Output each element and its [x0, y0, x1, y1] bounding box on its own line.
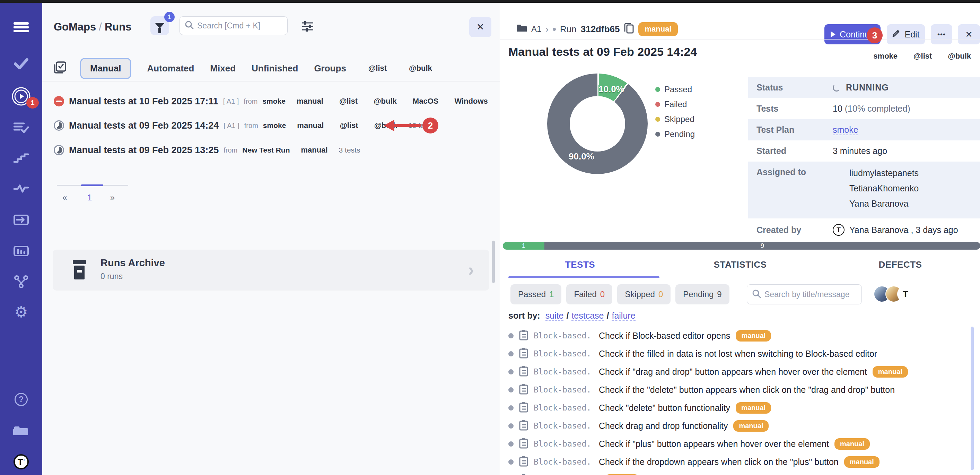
run-from-label: from — [243, 97, 258, 105]
test-title: Check if the dropdown appears when click… — [599, 457, 838, 467]
runs-tab-tag[interactable]: @bulk — [402, 61, 438, 75]
runs-tab-tag[interactable]: @list — [362, 61, 393, 75]
tests-search — [747, 284, 862, 304]
runs-tab[interactable]: Groups — [314, 63, 346, 74]
run-tag: MacOS — [406, 94, 445, 108]
run-row[interactable]: Manual tests at 09 Feb 2025 13:25 from N… — [54, 141, 494, 159]
archive-title: Runs Archive — [100, 257, 165, 269]
detail-tab[interactable]: STATISTICS — [660, 259, 820, 270]
status-filter-chip[interactable]: Pending9 — [675, 284, 729, 304]
creator[interactable]: Yana Baranova , 3 days ago — [833, 224, 958, 236]
sidebar-item-imports[interactable] — [0, 210, 42, 230]
search-icon — [752, 289, 761, 300]
sidebar-item-help[interactable]: ? — [0, 390, 42, 409]
detail-row-tests: Tests 10 (10% completed) — [748, 98, 980, 119]
pagination-prev[interactable]: « — [62, 193, 67, 202]
test-suite-name: Block-based... — [534, 349, 593, 358]
search-input[interactable] — [197, 21, 282, 30]
sidebar-item-testcases[interactable] — [0, 54, 42, 73]
test-row[interactable]: Block-based... Check drag and drop funct… — [500, 417, 980, 435]
active-tab-underline — [508, 276, 659, 278]
results-donut-chart: 10.0% 90.0% — [547, 73, 648, 174]
runs-archive-card[interactable]: Runs Archive 0 runs › — [52, 250, 489, 290]
test-row[interactable]: Block-based... Check if "drag and drop" … — [500, 363, 980, 381]
sidebar-item-dashboards[interactable] — [0, 241, 42, 261]
status-filter-chip[interactable]: Failed0 — [566, 284, 612, 304]
right-scrollbar-thumb[interactable] — [970, 327, 974, 470]
assignee[interactable]: liudmylastepanets — [833, 167, 919, 179]
test-row[interactable]: Block-based... Check if Block-based edit… — [500, 327, 980, 344]
user-avatar-t-logo: T' — [14, 454, 29, 469]
status-filter-chip[interactable]: Passed1 — [511, 284, 562, 304]
progress-segment: 9 — [544, 242, 980, 250]
legend-swatch — [655, 102, 660, 107]
close-icon: ✕ — [476, 21, 484, 33]
test-assignee-avatar — [875, 438, 887, 450]
chip-count: 0 — [659, 290, 663, 299]
breadcrumb: GoMaps/Runs — [54, 21, 131, 33]
detail-tabs: TESTSSTATISTICSDEFECTS — [500, 259, 980, 270]
test-tag: manual — [834, 438, 870, 450]
assignee[interactable]: TetianaKhomenko — [833, 182, 919, 194]
run-progress-bar: 19 — [503, 242, 980, 250]
run-detail-title: Manual tests at 09 Feb 2025 14:24 — [508, 45, 697, 59]
detail-tab[interactable]: TESTS — [500, 259, 660, 270]
runs-tab[interactable]: Unfinished — [251, 63, 298, 74]
legend-item: Skipped — [655, 115, 695, 124]
spinner-icon — [833, 84, 840, 91]
test-title: Check if the "delete" button appears whe… — [599, 385, 895, 395]
test-status-dot — [508, 369, 514, 375]
test-assignee-avatar — [776, 330, 788, 341]
assignee-avatar-stack[interactable] — [873, 286, 914, 302]
avatar — [833, 167, 845, 179]
testcase-clipboard-icon — [519, 384, 528, 396]
sidebar-item-user-avatar[interactable]: T' — [0, 452, 42, 472]
test-row[interactable]: Block-based... Check if the dropdown app… — [500, 453, 980, 471]
sidebar-item-shared-steps[interactable] — [0, 148, 42, 168]
sort-by-failure-link[interactable]: failure — [612, 311, 635, 321]
test-row[interactable]: Block-based... Check if "plus" button ap… — [500, 435, 980, 453]
edit-button[interactable]: Edit — [887, 24, 925, 45]
pagination-page-1[interactable]: 1 — [88, 193, 92, 202]
test-plan-link[interactable]: smoke — [833, 125, 858, 135]
runs-tab[interactable]: Automated — [147, 63, 194, 74]
menu-hamburger-icon[interactable] — [0, 18, 42, 37]
play-icon — [830, 31, 835, 37]
app-window: ⚙ ? T' GoMaps/Runs 1 ✕ ManualAu — [0, 0, 980, 475]
view-settings-icon[interactable] — [301, 20, 314, 33]
test-row[interactable]: Block-based... Check if the filled in da… — [500, 344, 980, 363]
status-filter-chip[interactable]: Skipped0 — [617, 284, 671, 304]
test-row[interactable]: Block-based... Check "delete" button fun… — [500, 399, 980, 417]
select-all-icon[interactable] — [54, 61, 66, 75]
test-row[interactable]: Block-based... Check if the "delete" but… — [500, 381, 980, 399]
tests-search-input[interactable] — [764, 290, 857, 299]
sidebar-item-defects[interactable] — [0, 179, 42, 198]
run-status-icon — [54, 120, 64, 131]
sidebar-item-milestones[interactable] — [0, 272, 42, 291]
breadcrumb-suite[interactable]: A1 — [531, 24, 541, 34]
sidebar-item-settings[interactable]: ⚙ — [0, 302, 42, 322]
copy-icon[interactable] — [624, 22, 634, 36]
runs-tab[interactable]: Mixed — [210, 63, 235, 74]
pagination-next[interactable]: » — [110, 193, 115, 202]
help-icon: ? — [14, 393, 28, 406]
runs-tab[interactable]: Manual — [80, 58, 131, 79]
sidebar-item-projects[interactable] — [0, 421, 42, 440]
run-title: Manual tests at 09 Feb 2025 13:25 — [69, 145, 219, 156]
close-panel-button[interactable]: ✕ — [469, 17, 492, 37]
sidebar-item-plans[interactable] — [0, 118, 42, 137]
sort-by-testcase-link[interactable]: testcase — [571, 311, 604, 321]
close-detail-button[interactable]: ✕ — [958, 24, 980, 45]
annotation-marker-1: 1 — [26, 97, 39, 108]
assignee[interactable]: Yana Baranova — [833, 198, 919, 209]
test-row[interactable]: Block-based... manual — [500, 471, 980, 475]
run-source: New Test Run — [242, 146, 290, 154]
left-scrollbar-thumb[interactable] — [492, 241, 495, 283]
donut-label-pending: 90.0% — [569, 151, 594, 162]
sort-by-suite-link[interactable]: suite — [546, 311, 564, 321]
detail-tab[interactable]: DEFECTS — [820, 259, 980, 270]
more-actions-button[interactable]: ••• — [931, 24, 952, 45]
run-from-label: from — [224, 146, 237, 154]
test-suite-name: Block-based... — [534, 421, 593, 430]
run-row[interactable]: Manual tests at 10 Feb 2025 17:11 [ A1 ]… — [54, 92, 494, 110]
